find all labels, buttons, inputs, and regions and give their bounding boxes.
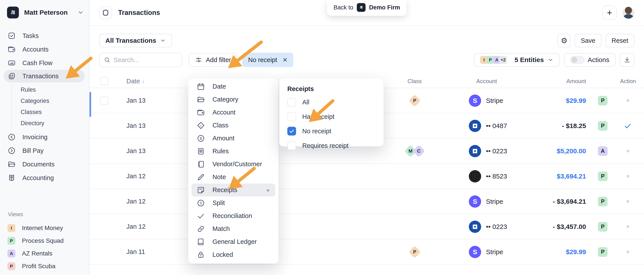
back-to-firm-tab[interactable]: Back to /II Demo Firm bbox=[327, 0, 406, 16]
checkbox-unchecked[interactable] bbox=[287, 112, 296, 121]
view-item-az-rentals[interactable]: A AZ Rentals bbox=[0, 247, 89, 260]
cell-date: Jan 13 bbox=[126, 88, 146, 113]
table-row[interactable]: Jan 12 •• 8523 $3,694.21 P bbox=[90, 164, 644, 189]
sidebar-item-accounting[interactable]: Accounting bbox=[0, 171, 89, 185]
menu-item-locked[interactable]: Locked bbox=[188, 248, 278, 261]
sidebar-item-invoicing[interactable]: Invoicing bbox=[0, 130, 89, 144]
table-row[interactable]: Jan 11 P S Stripe $29.99 P bbox=[90, 240, 644, 265]
column-header-account[interactable]: Account bbox=[476, 75, 497, 88]
save-button[interactable]: Save bbox=[575, 34, 602, 47]
view-item-profit-scuba[interactable]: P Profit Scuba bbox=[0, 260, 89, 273]
action-dot-icon bbox=[626, 175, 629, 178]
document-lines-icon bbox=[197, 147, 206, 156]
cell-action[interactable] bbox=[621, 88, 635, 113]
sidebar-item-label: Accounts bbox=[22, 46, 48, 53]
menu-item-account[interactable]: Account bbox=[188, 106, 278, 119]
table-row[interactable]: Jan 12 •• 0223 - $3,457.00 P bbox=[90, 214, 644, 240]
menu-item-vendor-customer[interactable]: Vendor/Customer bbox=[188, 158, 278, 171]
sidebar-item-label: Documents bbox=[22, 161, 55, 168]
cell-action[interactable] bbox=[621, 240, 635, 264]
subnav-item-categories[interactable]: Categories bbox=[21, 95, 89, 107]
sidebar-item-documents[interactable]: Documents bbox=[0, 157, 89, 171]
filter-chip-label: No receipt bbox=[248, 56, 277, 64]
checkbox-unchecked[interactable] bbox=[287, 141, 296, 150]
cell-action[interactable] bbox=[621, 164, 635, 189]
sidebar-item-label: Transactions bbox=[22, 73, 58, 80]
search-box[interactable] bbox=[99, 53, 182, 67]
row-checkbox[interactable] bbox=[100, 96, 108, 105]
account-label: Stripe bbox=[486, 248, 503, 256]
sidebar-item-accounts[interactable]: Accounts bbox=[0, 42, 89, 56]
download-button[interactable] bbox=[620, 53, 634, 67]
menu-item-date[interactable]: Date bbox=[188, 80, 278, 93]
menu-item-split[interactable]: S Split bbox=[188, 197, 278, 209]
sidebar-item-label: Invoicing bbox=[22, 134, 48, 141]
page-title: Transactions bbox=[118, 9, 160, 17]
entities-selector[interactable]: I P A +2 5 Entities bbox=[474, 53, 560, 67]
checkbox-checked[interactable] bbox=[287, 127, 296, 136]
expand-caret-icon bbox=[75, 75, 79, 77]
cell-date: Jan 13 bbox=[126, 139, 146, 163]
view-toolbar: All Transactions ⚙ Save Reset bbox=[90, 26, 644, 47]
sidebar-item-label: Cash Flow bbox=[22, 59, 52, 67]
sidebar-item-bill-pay[interactable]: Bill Pay bbox=[0, 144, 89, 157]
menu-item-category[interactable]: Category bbox=[188, 93, 278, 106]
option-no-receipt[interactable]: No receipt bbox=[287, 126, 376, 136]
active-filter-chip[interactable]: No receipt ✕ bbox=[242, 53, 293, 67]
column-header-amount[interactable]: Amount bbox=[528, 75, 586, 88]
menu-item-general-ledger[interactable]: General Ledger bbox=[188, 235, 278, 248]
search-input[interactable] bbox=[114, 56, 177, 64]
cell-action[interactable] bbox=[621, 214, 635, 239]
dollar-circle-icon: $ bbox=[197, 134, 206, 143]
option-all[interactable]: All bbox=[287, 97, 376, 107]
menu-item-reconciliation[interactable]: Reconciliation bbox=[188, 209, 278, 222]
select-all-checkbox[interactable] bbox=[100, 77, 108, 85]
table-row[interactable]: Jan 12 S Stripe - $3,694.21 P bbox=[90, 189, 644, 214]
sidebar-item-cash-flow[interactable]: Cash Flow bbox=[0, 56, 89, 70]
avatar[interactable] bbox=[622, 7, 634, 19]
subnav-item-rules[interactable]: Rules bbox=[21, 84, 89, 95]
view-item-process-squad[interactable]: P Process Squad bbox=[0, 235, 89, 247]
lock-icon bbox=[197, 251, 206, 259]
subnav-item-classes[interactable]: Classes bbox=[21, 107, 89, 118]
view-item-internet-money[interactable]: I Internet Money bbox=[0, 222, 89, 235]
cell-action[interactable] bbox=[621, 189, 635, 214]
sort-desc-icon: ↓ bbox=[142, 78, 145, 84]
column-header-action[interactable]: Action bbox=[618, 75, 638, 88]
cell-account: S Stripe bbox=[469, 189, 503, 214]
view-item-personal[interactable]: P Personal bbox=[0, 273, 89, 275]
actions-toggle-button[interactable]: Actions bbox=[564, 53, 616, 67]
workspace-switcher[interactable]: /II Matt Peterson bbox=[0, 0, 89, 18]
wallet-icon bbox=[8, 45, 16, 54]
option-has-receipt[interactable]: Has receipt bbox=[287, 112, 376, 121]
subnav-item-directory[interactable]: Directory bbox=[21, 118, 89, 129]
sidebar-item-transactions[interactable]: Transactions bbox=[4, 70, 85, 82]
option-requires-receipt[interactable]: Requires receipt bbox=[287, 141, 376, 150]
reset-button[interactable]: Reset bbox=[605, 34, 634, 47]
column-header-class[interactable]: Class bbox=[396, 75, 433, 88]
checkbox-unchecked[interactable] bbox=[287, 98, 296, 107]
settings-button[interactable]: ⚙ bbox=[558, 34, 571, 47]
entity-badge: A bbox=[598, 146, 608, 156]
class-badge: P bbox=[408, 94, 421, 107]
cell-action[interactable] bbox=[621, 139, 635, 163]
toggle-knob bbox=[571, 57, 577, 63]
cell-action[interactable] bbox=[621, 113, 635, 138]
entity-badge: P bbox=[8, 262, 15, 270]
add-button[interactable]: + bbox=[602, 5, 617, 20]
open-book-icon bbox=[8, 173, 16, 182]
menu-item-receipts[interactable]: Receipts ▸ bbox=[192, 184, 275, 197]
column-header-date[interactable]: Date↓ bbox=[126, 75, 145, 88]
bank-logo bbox=[469, 170, 481, 182]
view-selector-button[interactable]: All Transactions bbox=[99, 34, 172, 47]
menu-item-rules[interactable]: Rules bbox=[188, 145, 278, 158]
sidebar-item-tasks[interactable]: Tasks bbox=[0, 29, 89, 42]
menu-item-amount[interactable]: $ Amount bbox=[188, 132, 278, 145]
collapse-sidebar-button[interactable] bbox=[99, 6, 112, 19]
actions-toggle[interactable] bbox=[570, 56, 584, 64]
menu-item-class[interactable]: c Class bbox=[188, 119, 278, 132]
menu-item-note[interactable]: Note bbox=[188, 171, 278, 184]
add-filter-button[interactable]: Add filter bbox=[189, 53, 237, 67]
remove-filter-icon[interactable]: ✕ bbox=[282, 56, 288, 64]
menu-item-match[interactable]: Match bbox=[188, 222, 278, 235]
